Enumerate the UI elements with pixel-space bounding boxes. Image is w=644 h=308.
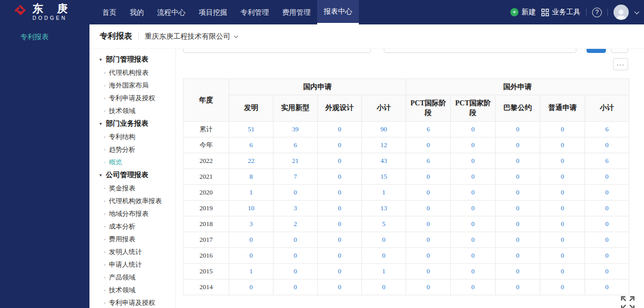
new-button[interactable]: + 新建 <box>510 8 536 17</box>
count-link[interactable]: 0 <box>451 185 496 201</box>
count-link[interactable]: 90 <box>362 122 406 137</box>
count-link[interactable]: 12 <box>362 137 406 153</box>
help-button[interactable]: ? <box>592 8 602 17</box>
count-link[interactable]: 0 <box>496 201 540 216</box>
count-link[interactable]: 0 <box>585 137 629 153</box>
filter-button-primary[interactable] <box>587 49 606 53</box>
count-link[interactable]: 0 <box>451 216 496 232</box>
count-link[interactable]: 0 <box>362 279 406 295</box>
count-link[interactable]: 1 <box>229 185 273 201</box>
count-link[interactable]: 0 <box>451 137 496 153</box>
tree-item[interactable]: ·发明人统计 <box>89 245 175 258</box>
tree-item[interactable]: ·产品领域 <box>89 271 175 284</box>
tree-item[interactable]: ·技术领域 <box>89 104 175 117</box>
tree-group[interactable]: ▼部门管理报表 <box>89 53 175 66</box>
count-link[interactable]: 0 <box>496 216 540 232</box>
count-link[interactable]: 13 <box>362 201 406 216</box>
count-link[interactable]: 0 <box>540 137 585 153</box>
tree-item[interactable]: ·代理机构报表 <box>89 66 175 79</box>
filter-button-secondary[interactable] <box>611 49 628 53</box>
count-link[interactable]: 1 <box>362 185 406 201</box>
count-link[interactable]: 0 <box>318 232 362 248</box>
count-link[interactable]: 0 <box>451 232 496 248</box>
count-link[interactable]: 0 <box>451 264 496 279</box>
count-link[interactable]: 0 <box>451 279 496 295</box>
tree-group[interactable]: ▼部门业务报表 <box>89 117 175 130</box>
count-link[interactable]: 0 <box>318 216 362 232</box>
count-link[interactable]: 0 <box>496 153 540 169</box>
count-link[interactable]: 0 <box>318 248 362 264</box>
tree-item[interactable]: ·奖金报表 <box>89 182 175 194</box>
count-link[interactable]: 0 <box>496 185 540 201</box>
count-link[interactable]: 0 <box>451 169 496 185</box>
count-link[interactable]: 0 <box>406 185 451 201</box>
count-link[interactable]: 0 <box>496 169 540 185</box>
count-link[interactable]: 1 <box>229 264 273 279</box>
count-link[interactable]: 0 <box>585 201 629 216</box>
count-link[interactable]: 0 <box>273 232 318 248</box>
count-link[interactable]: 0 <box>540 201 585 216</box>
count-link[interactable]: 0 <box>406 279 451 295</box>
filter-input-1[interactable] <box>183 49 371 53</box>
business-tools-button[interactable]: 业务工具 <box>541 8 580 17</box>
count-link[interactable]: 3 <box>273 201 318 216</box>
chevron-down-icon[interactable] <box>634 9 639 14</box>
count-link[interactable]: 6 <box>273 137 318 153</box>
count-link[interactable]: 0 <box>362 248 406 264</box>
tree-item[interactable]: ·海外国家布局 <box>89 79 175 92</box>
count-link[interactable]: 0 <box>451 201 496 216</box>
count-link[interactable]: 43 <box>362 153 406 169</box>
count-link[interactable]: 0 <box>540 248 585 264</box>
count-link[interactable]: 3 <box>229 216 273 232</box>
tree-item[interactable]: ·概览 <box>89 156 175 169</box>
count-link[interactable]: 0 <box>406 264 451 279</box>
count-link[interactable]: 0 <box>406 169 451 185</box>
nav-item[interactable]: 专利管理 <box>234 0 275 24</box>
count-link[interactable]: 1 <box>362 264 406 279</box>
count-link[interactable]: 0 <box>496 248 540 264</box>
count-link[interactable]: 0 <box>406 201 451 216</box>
tree-item[interactable]: ·代理机构效率报表 <box>89 194 175 207</box>
tree-item[interactable]: ·申请人统计 <box>89 258 175 271</box>
filter-input-2[interactable] <box>384 49 577 53</box>
tree-item[interactable]: ·地域分布报表 <box>89 207 175 220</box>
count-link[interactable]: 0 <box>318 122 362 137</box>
tree-item[interactable]: ·专利申请及授权 <box>89 296 175 308</box>
count-link[interactable]: 0 <box>273 248 318 264</box>
count-link[interactable]: 6 <box>406 122 451 137</box>
count-link[interactable]: 0 <box>318 137 362 153</box>
count-link[interactable]: 0 <box>318 201 362 216</box>
tree-item[interactable]: ·专利申请及授权 <box>89 92 175 104</box>
count-link[interactable]: 6 <box>585 122 629 137</box>
count-link[interactable]: 0 <box>318 169 362 185</box>
count-link[interactable]: 0 <box>362 232 406 248</box>
count-link[interactable]: 0 <box>496 279 540 295</box>
count-link[interactable]: 10 <box>229 201 273 216</box>
count-link[interactable]: 0 <box>540 153 585 169</box>
count-link[interactable]: 5 <box>362 216 406 232</box>
count-link[interactable]: 0 <box>451 248 496 264</box>
count-link[interactable]: 0 <box>540 185 585 201</box>
count-link[interactable]: 0 <box>585 185 629 201</box>
count-link[interactable]: 8 <box>229 169 273 185</box>
fullscreen-icon[interactable] <box>620 295 636 308</box>
count-link[interactable]: 0 <box>318 153 362 169</box>
count-link[interactable]: 0 <box>229 248 273 264</box>
nav-item[interactable]: 费用管理 <box>275 0 317 24</box>
count-link[interactable]: 0 <box>318 185 362 201</box>
count-link[interactable]: 0 <box>496 137 540 153</box>
sidebar-item-patent-reports[interactable]: 专利报表 <box>0 24 89 42</box>
tree-group[interactable]: ▼公司管理报表 <box>89 169 175 182</box>
count-link[interactable]: 0 <box>540 169 585 185</box>
count-link[interactable]: 0 <box>273 279 318 295</box>
nav-item[interactable]: 我的 <box>123 0 150 24</box>
count-link[interactable]: 0 <box>585 232 629 248</box>
count-link[interactable]: 0 <box>406 248 451 264</box>
count-link[interactable]: 0 <box>273 185 318 201</box>
company-selector[interactable]: 重庆东庚工程技术有限公司 <box>145 32 237 41</box>
count-link[interactable]: 0 <box>451 122 496 137</box>
count-link[interactable]: 0 <box>318 264 362 279</box>
count-link[interactable]: 0 <box>540 264 585 279</box>
tree-item[interactable]: ·技术领域 <box>89 284 175 296</box>
nav-item[interactable]: 报表中心 <box>317 0 359 24</box>
